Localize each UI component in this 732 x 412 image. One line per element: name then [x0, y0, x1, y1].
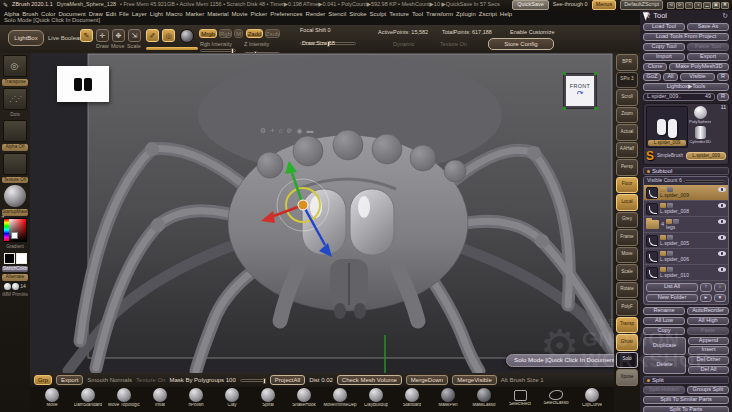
scale-mode-button[interactable]: ⇲ [128, 29, 141, 42]
gizmo-option-icon[interactable]: ⌂ [278, 127, 282, 134]
paste-subtool-button[interactable]: Paste [687, 327, 729, 336]
brush-slot[interactable]: DamStandard [70, 388, 106, 408]
right-shelf-button[interactable]: Frame [616, 229, 638, 246]
goz-r-button[interactable]: R [717, 73, 729, 82]
folder-expand-button[interactable]: ▾ [714, 294, 726, 303]
gizmo-option-icon[interactable]: ▬ [307, 127, 314, 134]
stroke-thumb[interactable]: ⋰⋰ [3, 88, 27, 110]
mergedown-button[interactable]: MergeDown [406, 375, 448, 385]
color-cursor[interactable] [11, 232, 18, 239]
right-shelf-button[interactable]: Zoom [616, 107, 638, 124]
current-brush-thumb[interactable]: ◎◦ [3, 55, 27, 77]
stroke-flyout-button[interactable]: ◎ [162, 29, 175, 42]
visibility-eye-icon[interactable] [718, 203, 726, 208]
reference-image-card[interactable] [57, 66, 109, 102]
visibility-eye-icon[interactable] [718, 219, 726, 224]
menu-item[interactable]: Stencil [328, 11, 346, 17]
check-mesh-volume-button[interactable]: Check Mesh Volume [337, 375, 402, 385]
mask-by-polygroups-label[interactable]: Mask By Polygroups 100 [169, 377, 235, 383]
subtool-section-header[interactable]: Subtool [643, 167, 729, 175]
del-other-button[interactable]: Del Other [688, 356, 729, 365]
brush-slot[interactable]: SelectLasso [538, 388, 574, 406]
split-hidden-button[interactable]: Split Hidden [643, 386, 685, 395]
right-shelf-button[interactable]: Scroll [616, 89, 638, 106]
brush-slot[interactable]: SnakeHook [286, 388, 322, 408]
mask-by-polygroups-slider[interactable] [240, 379, 266, 382]
window-button[interactable]: ◔ [685, 2, 693, 9]
paint-chip-icon[interactable] [660, 251, 666, 256]
menu-item[interactable]: Texture [389, 11, 409, 17]
alternate-button[interactable]: Alternate [2, 274, 28, 281]
del-all-button[interactable]: Del All [688, 366, 729, 375]
visibility-eye-icon[interactable] [718, 235, 726, 240]
menu-item[interactable]: Material [207, 11, 228, 17]
split-section-header[interactable]: Split [643, 376, 729, 384]
texture-on-toggle-2[interactable]: Texture On [136, 377, 165, 383]
menu-item[interactable]: Layer [132, 11, 147, 17]
refresh-icon[interactable]: ↻ [722, 12, 728, 19]
right-shelf-button[interactable]: Transp [616, 317, 638, 334]
menu-item[interactable]: File [119, 11, 129, 17]
autoreorder-button[interactable]: AutoReorder [687, 307, 729, 316]
list-all-button[interactable]: List All [646, 283, 698, 292]
menu-item[interactable]: Edit [106, 11, 116, 17]
load-tool-button[interactable]: Load Tool [643, 23, 685, 32]
window-button[interactable]: ⊲ [667, 2, 675, 9]
right-shelf-button[interactable]: SPix 3 [616, 72, 638, 89]
visibility-eye-icon[interactable] [718, 187, 726, 192]
brush-slot[interactable]: MaskPen [430, 388, 466, 408]
move-up-button[interactable]: ↑ [700, 283, 712, 292]
menu-item[interactable]: Stroke [349, 11, 366, 17]
right-shelf-button[interactable]: Move [616, 247, 638, 264]
remesh-chip-icon[interactable] [667, 235, 673, 240]
right-shelf-button[interactable]: Ghost [616, 334, 638, 351]
visible-count-slider[interactable]: Visible Count 6 [644, 177, 728, 185]
current-tool-thumb[interactable]: L.spider_009 [646, 106, 688, 148]
camera-orientation-widget[interactable]: FRONT ↷ [563, 73, 597, 109]
visibility-eye-icon[interactable] [718, 251, 726, 256]
window-button[interactable]: ▁ [703, 2, 711, 9]
dist-label[interactable]: Dist 0.02 [309, 377, 333, 383]
paste-tool-button[interactable]: Paste Tool [687, 43, 729, 52]
material-thumb[interactable] [4, 185, 26, 207]
gizmo-option-icon[interactable]: ⚙ [260, 127, 266, 134]
remesh-chip-icon[interactable] [667, 187, 673, 192]
alpha-thumb[interactable] [3, 120, 27, 142]
tool-palette-header[interactable]: ⚒ Tool ↻ [640, 10, 732, 21]
split-to-parts-button[interactable]: Split To Parts [643, 406, 729, 412]
gizmo-option-icon[interactable]: ⊘ [287, 127, 293, 134]
subtool-row[interactable]: 4 legs [644, 217, 728, 233]
document-canvas[interactable]: ⚙+⌂⊘◉▬ FRONT ↷ Solo Mode [Quick Click In… [30, 53, 614, 373]
subtool-row[interactable]: L.spider_008 [644, 201, 728, 217]
tool-index-slider[interactable]: L.spider_009.. 49 [643, 93, 715, 102]
sculptris-pro-icon[interactable] [180, 29, 194, 43]
projectall-button[interactable]: ProjectAll [270, 375, 305, 385]
menu-item[interactable]: Picker [251, 11, 268, 17]
window-button[interactable]: ◑ [694, 2, 702, 9]
color-picker[interactable] [3, 218, 27, 242]
live-boolean-toggle[interactable]: Live Boolean [48, 35, 83, 41]
menu-item[interactable]: Marker [185, 11, 204, 17]
right-shelf-button[interactable]: Floor [616, 177, 638, 194]
paint-chip-icon[interactable] [660, 235, 666, 240]
alt-brush-size-label[interactable]: Alt Brush Size 1 [501, 377, 544, 383]
menu-item[interactable]: Zscript [479, 11, 497, 17]
split-to-similar-parts-button[interactable]: Split To Similar Parts [643, 396, 729, 405]
export-button[interactable]: Export [56, 375, 83, 385]
save-as-button[interactable]: Save As [687, 23, 729, 32]
window-button[interactable]: ⊳ [676, 2, 684, 9]
all-low-button[interactable]: All Low [643, 317, 685, 326]
menu-item[interactable]: Tool [412, 11, 423, 17]
export-tool-button[interactable]: Export [687, 53, 729, 62]
right-shelf-button[interactable]: Rotate [616, 282, 638, 299]
append-button[interactable]: Append [688, 337, 729, 346]
goz-button[interactable]: GoZ [643, 73, 661, 82]
brush-slot[interactable]: ClayBuildup [358, 388, 394, 408]
see-through-slider[interactable]: See-through 0 [553, 2, 588, 8]
remesh-chip-icon[interactable] [673, 219, 679, 224]
brush-slot[interactable]: Move Topologic [106, 388, 142, 408]
remesh-chip-icon[interactable] [667, 203, 673, 208]
subtool-row[interactable]: L.spider_005 [644, 233, 728, 249]
move-mode-button[interactable]: ✥ [112, 29, 125, 42]
paint-chip-icon[interactable] [666, 219, 672, 224]
